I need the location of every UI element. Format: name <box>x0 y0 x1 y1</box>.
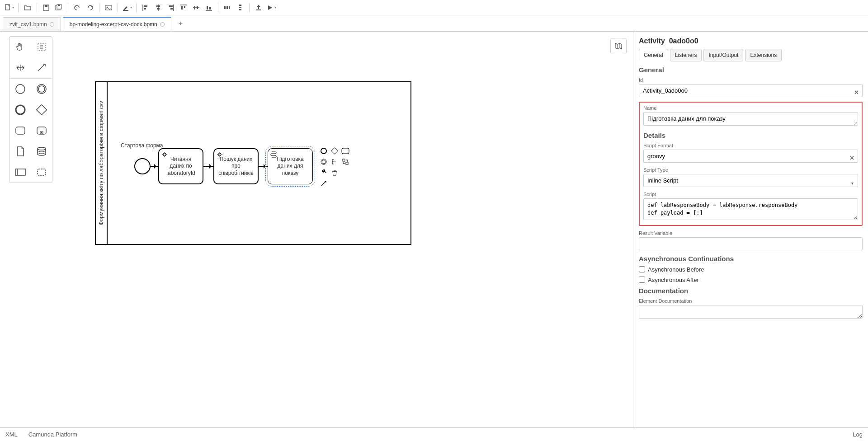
main-toolbar: ▾ ▾ ▾ <box>0 0 868 15</box>
save-button[interactable] <box>40 1 52 14</box>
start-event-label: Стартова форма <box>121 142 163 149</box>
script-type-label: Script Type <box>643 167 858 173</box>
xml-view-button[interactable]: XML <box>5 431 18 438</box>
svg-point-36 <box>16 84 25 94</box>
svg-rect-8 <box>123 10 128 11</box>
element-doc-label: Element Documentation <box>639 298 863 304</box>
redo-button[interactable] <box>84 1 96 14</box>
svg-rect-2 <box>45 5 47 7</box>
connect-button[interactable] <box>319 179 328 188</box>
tab-extensions[interactable]: Extensions <box>745 49 782 61</box>
new-tab-button[interactable]: + <box>173 16 188 31</box>
new-file-button[interactable]: ▾ <box>3 1 15 14</box>
svg-point-39 <box>16 105 25 114</box>
align-center-button[interactable] <box>152 1 165 14</box>
result-variable-input[interactable] <box>639 237 863 250</box>
result-variable-label: Result Variable <box>639 230 863 236</box>
undo-button[interactable] <box>71 1 84 14</box>
script-icon <box>270 150 277 158</box>
append-intermediate-event-button[interactable] <box>319 157 328 166</box>
gear-icon <box>161 151 168 158</box>
async-before-checkbox[interactable] <box>639 266 645 272</box>
align-bottom-button[interactable] <box>203 1 215 14</box>
tab-listeners[interactable]: Listeners <box>670 49 702 61</box>
svg-point-44 <box>38 147 46 150</box>
sequence-flow[interactable] <box>151 166 158 167</box>
clear-script-format-button[interactable]: ✕ <box>849 155 854 161</box>
distribute-h-button[interactable] <box>221 1 234 14</box>
id-input[interactable] <box>639 84 863 97</box>
name-input[interactable]: Підготовка даних для показу <box>643 112 858 126</box>
distribute-v-button[interactable] <box>234 1 246 14</box>
svg-rect-22 <box>194 6 195 9</box>
minimap-toggle-button[interactable] <box>610 38 627 54</box>
service-task[interactable]: Читання даних по laboratoryId <box>158 148 203 184</box>
caret-down-icon: ▾ <box>12 5 14 9</box>
script-format-input[interactable] <box>643 150 858 163</box>
append-end-event-button[interactable] <box>319 146 328 155</box>
svg-rect-56 <box>346 162 348 164</box>
section-details: Details <box>643 131 858 139</box>
async-after-checkbox[interactable] <box>639 277 645 283</box>
image-button[interactable] <box>102 1 115 14</box>
save-all-button[interactable] <box>52 1 65 14</box>
script-task-selected[interactable]: Підготовка даних для показу <box>268 148 313 184</box>
connect-tool[interactable] <box>31 57 52 78</box>
svg-rect-17 <box>170 8 173 9</box>
properties-panel-toggle[interactable]: Properties Panel <box>633 131 633 185</box>
svg-rect-40 <box>36 105 47 115</box>
context-pad <box>319 146 350 188</box>
task-tool[interactable] <box>9 120 31 141</box>
canvas-area[interactable]: Формування звіту по лабораторіям в форма… <box>0 32 633 427</box>
tab-input-output[interactable]: Input/Output <box>703 49 743 61</box>
tab-label: bp-modeling-excerpt-csv-docx.bpmn <box>70 21 157 28</box>
gateway-tool[interactable] <box>31 99 52 120</box>
element-doc-input[interactable] <box>639 305 863 319</box>
clear-id-button[interactable]: ✕ <box>854 89 859 96</box>
tab-general[interactable]: General <box>639 49 668 61</box>
intermediate-event-tool[interactable] <box>31 79 52 99</box>
toolbar-separator <box>99 3 99 12</box>
script-type-select[interactable]: Inline Script <box>643 174 858 187</box>
align-top-button[interactable] <box>177 1 190 14</box>
align-middle-button[interactable] <box>190 1 203 14</box>
append-gateway-button[interactable] <box>330 146 339 155</box>
data-object-tool[interactable] <box>9 141 31 162</box>
start-event-tool[interactable] <box>9 79 31 99</box>
space-tool[interactable] <box>9 57 31 78</box>
file-tab[interactable]: bp-modeling-excerpt-csv-docx.bpmn <box>63 17 171 31</box>
service-task[interactable]: Пошук даних про співробітників <box>213 148 259 184</box>
start-event[interactable] <box>134 158 151 174</box>
append-task-button[interactable] <box>341 146 350 155</box>
group-tool[interactable] <box>31 162 52 183</box>
change-type-button[interactable] <box>341 157 350 166</box>
bpmn-diagram[interactable]: Формування звіту по лабораторіям в форма… <box>95 81 411 245</box>
annotation-button[interactable] <box>330 157 339 166</box>
sequence-flow[interactable] <box>259 166 268 167</box>
lasso-tool[interactable] <box>31 37 52 57</box>
color-button[interactable]: ▾ <box>121 1 133 14</box>
script-textarea[interactable]: def labResponseBody = labResponse.respon… <box>643 198 858 220</box>
tab-dirty-icon <box>160 22 165 27</box>
pool-label[interactable]: Формування звіту по лабораторіям в форма… <box>96 82 108 244</box>
open-file-button[interactable] <box>21 1 34 14</box>
deploy-button[interactable] <box>252 1 265 14</box>
log-button[interactable]: Log <box>853 431 863 438</box>
delete-button[interactable] <box>330 168 339 177</box>
run-button[interactable]: ▾ <box>265 1 278 14</box>
align-left-button[interactable] <box>139 1 152 14</box>
element-title: Activity_0ado0o0 <box>639 37 863 45</box>
sequence-flow[interactable] <box>203 166 213 167</box>
wrench-button[interactable] <box>319 168 328 177</box>
subprocess-tool[interactable] <box>31 120 52 141</box>
participant-tool[interactable] <box>9 162 31 183</box>
toolbar-separator <box>249 3 250 12</box>
platform-label[interactable]: Camunda Platform <box>28 431 77 438</box>
svg-rect-23 <box>197 6 198 9</box>
hand-tool[interactable] <box>9 37 31 57</box>
file-tab[interactable]: zvit_csv1.bpmn <box>3 17 61 31</box>
align-right-button[interactable] <box>165 1 177 14</box>
id-label: Id <box>639 77 863 83</box>
data-store-tool[interactable] <box>31 141 52 162</box>
end-event-tool[interactable] <box>9 99 31 120</box>
